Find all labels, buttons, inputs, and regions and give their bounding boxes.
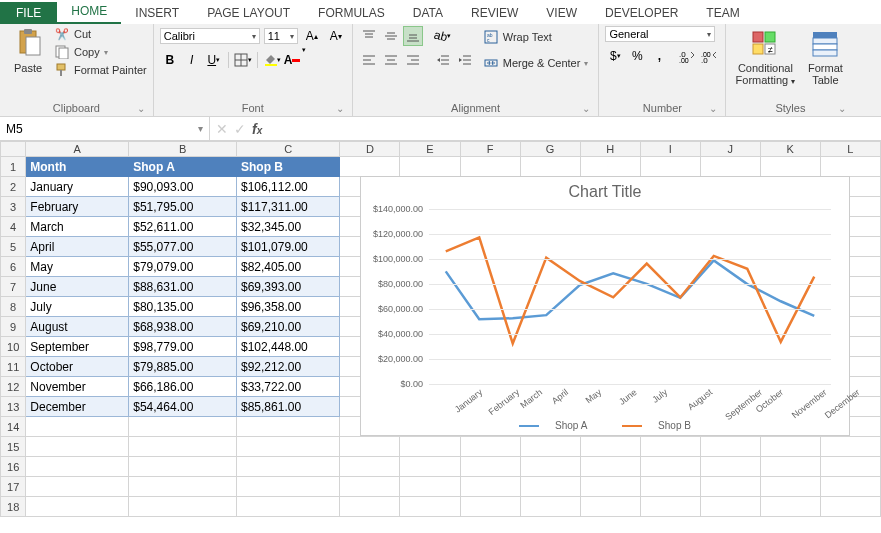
font-name-combo[interactable]: Calibri▾ xyxy=(160,28,260,44)
cell-E18[interactable] xyxy=(400,497,460,517)
cell-H15[interactable] xyxy=(580,437,640,457)
cell-B15[interactable] xyxy=(129,437,237,457)
tab-insert[interactable]: INSERT xyxy=(121,2,193,24)
row-header-10[interactable]: 10 xyxy=(1,337,26,357)
align-bottom-button[interactable] xyxy=(403,26,423,46)
fill-color-button[interactable]: ▾ xyxy=(262,50,282,70)
cell-I17[interactable] xyxy=(640,477,700,497)
align-left-button[interactable] xyxy=(359,50,379,70)
col-header-J[interactable]: J xyxy=(700,142,760,157)
font-color-button[interactable]: A▾ xyxy=(284,50,304,70)
cell-G17[interactable] xyxy=(520,477,580,497)
cell-L17[interactable] xyxy=(820,477,880,497)
cell-E1[interactable] xyxy=(400,157,460,177)
row-header-1[interactable]: 1 xyxy=(1,157,26,177)
tab-view[interactable]: VIEW xyxy=(532,2,591,24)
cell-C10[interactable]: $102,448.00 xyxy=(237,337,340,357)
cell-A10[interactable]: September xyxy=(26,337,129,357)
cell-A7[interactable]: June xyxy=(26,277,129,297)
cell-C3[interactable]: $117,311.00 xyxy=(237,197,340,217)
cell-A16[interactable] xyxy=(26,457,129,477)
cell-B1[interactable]: Shop A xyxy=(129,157,237,177)
cell-C4[interactable]: $32,345.00 xyxy=(237,217,340,237)
col-header-C[interactable]: C xyxy=(237,142,340,157)
cell-F17[interactable] xyxy=(460,477,520,497)
cell-K17[interactable] xyxy=(760,477,820,497)
wrap-text-button[interactable]: abcWrap Text xyxy=(479,26,593,48)
row-header-8[interactable]: 8 xyxy=(1,297,26,317)
col-header-K[interactable]: K xyxy=(760,142,820,157)
col-header-L[interactable]: L xyxy=(820,142,880,157)
cell-A5[interactable]: April xyxy=(26,237,129,257)
row-header-4[interactable]: 4 xyxy=(1,217,26,237)
row-header-2[interactable]: 2 xyxy=(1,177,26,197)
align-right-button[interactable] xyxy=(403,50,423,70)
row-header-6[interactable]: 6 xyxy=(1,257,26,277)
cell-C2[interactable]: $106,112.00 xyxy=(237,177,340,197)
cell-C1[interactable]: Shop B xyxy=(237,157,340,177)
cell-J18[interactable] xyxy=(700,497,760,517)
tab-developer[interactable]: DEVELOPER xyxy=(591,2,692,24)
cell-C18[interactable] xyxy=(237,497,340,517)
conditional-formatting-button[interactable]: ≠ Conditional Formatting ▾ xyxy=(732,26,798,87)
cell-E17[interactable] xyxy=(400,477,460,497)
enter-formula-button[interactable]: ✓ xyxy=(234,121,246,137)
cell-B5[interactable]: $55,077.00 xyxy=(129,237,237,257)
cell-J16[interactable] xyxy=(700,457,760,477)
cell-J17[interactable] xyxy=(700,477,760,497)
row-header-18[interactable]: 18 xyxy=(1,497,26,517)
copy-button[interactable]: Copy▾ xyxy=(54,44,147,60)
tab-team[interactable]: TEAM xyxy=(692,2,753,24)
tab-home[interactable]: HOME xyxy=(57,0,121,24)
cell-D1[interactable] xyxy=(340,157,400,177)
cell-B10[interactable]: $98,779.00 xyxy=(129,337,237,357)
cancel-formula-button[interactable]: ✕ xyxy=(216,121,228,137)
cell-B13[interactable]: $54,464.00 xyxy=(129,397,237,417)
cell-C14[interactable] xyxy=(237,417,340,437)
cell-D15[interactable] xyxy=(340,437,400,457)
cell-C9[interactable]: $69,210.00 xyxy=(237,317,340,337)
embedded-chart[interactable]: Chart Title $0.00$20,000.00$40,000.00$60… xyxy=(360,176,850,436)
row-header-16[interactable]: 16 xyxy=(1,457,26,477)
cell-H18[interactable] xyxy=(580,497,640,517)
cell-F16[interactable] xyxy=(460,457,520,477)
cell-C6[interactable]: $82,405.00 xyxy=(237,257,340,277)
cell-C5[interactable]: $101,079.00 xyxy=(237,237,340,257)
cell-A11[interactable]: October xyxy=(26,357,129,377)
cell-G18[interactable] xyxy=(520,497,580,517)
cell-A6[interactable]: May xyxy=(26,257,129,277)
cell-I16[interactable] xyxy=(640,457,700,477)
cell-B8[interactable]: $80,135.00 xyxy=(129,297,237,317)
row-header-9[interactable]: 9 xyxy=(1,317,26,337)
tab-data[interactable]: DATA xyxy=(399,2,457,24)
decrease-decimal-button[interactable]: .00.0 xyxy=(699,46,719,66)
format-painter-button[interactable]: Format Painter xyxy=(54,62,147,78)
cell-D16[interactable] xyxy=(340,457,400,477)
row-header-17[interactable]: 17 xyxy=(1,477,26,497)
insert-function-button[interactable]: fx xyxy=(252,121,262,137)
cell-A9[interactable]: August xyxy=(26,317,129,337)
italic-button[interactable]: I xyxy=(182,50,202,70)
cell-C12[interactable]: $33,722.00 xyxy=(237,377,340,397)
cell-I1[interactable] xyxy=(640,157,700,177)
cell-C15[interactable] xyxy=(237,437,340,457)
cell-I15[interactable] xyxy=(640,437,700,457)
cell-K16[interactable] xyxy=(760,457,820,477)
cell-A4[interactable]: March xyxy=(26,217,129,237)
orientation-button[interactable]: ab▾ xyxy=(433,26,453,46)
cell-C16[interactable] xyxy=(237,457,340,477)
tab-file[interactable]: FILE xyxy=(0,2,57,24)
cell-K15[interactable] xyxy=(760,437,820,457)
formula-input[interactable] xyxy=(268,117,881,140)
cell-B3[interactable]: $51,795.00 xyxy=(129,197,237,217)
cell-L18[interactable] xyxy=(820,497,880,517)
cell-H1[interactable] xyxy=(580,157,640,177)
row-header-15[interactable]: 15 xyxy=(1,437,26,457)
cell-B2[interactable]: $90,093.00 xyxy=(129,177,237,197)
font-size-combo[interactable]: 11▾ xyxy=(264,28,298,44)
cell-L1[interactable] xyxy=(820,157,880,177)
cell-A17[interactable] xyxy=(26,477,129,497)
paste-button[interactable]: Paste xyxy=(6,26,50,74)
tab-review[interactable]: REVIEW xyxy=(457,2,532,24)
cell-A13[interactable]: December xyxy=(26,397,129,417)
